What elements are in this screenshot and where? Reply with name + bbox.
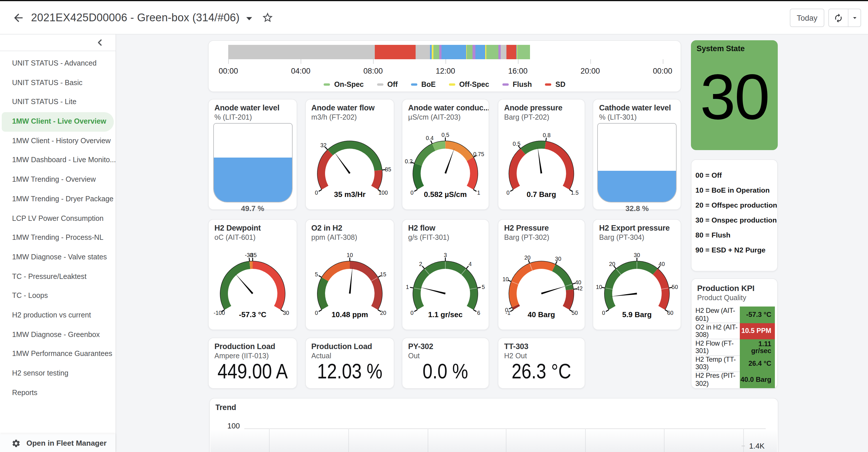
open-in-fleet-manager[interactable]: Open in Fleet Manager — [0, 434, 116, 452]
sidebar-item-reports[interactable]: Reports — [0, 383, 116, 402]
card-h2-pressure: H2 PressureBarg (PT-302)-101020304042504… — [498, 219, 585, 330]
gauge-tick-label: 6 — [477, 310, 480, 316]
gauge-h2-dewpoint: -100-38-3530-57.3 °C — [209, 220, 297, 323]
system-state-value: 30 — [691, 65, 778, 129]
gauge-value: 0.582 µS/cm — [424, 190, 467, 199]
timeline-axis-tick — [590, 59, 591, 64]
card-subtitle: % (LIT-201) — [214, 113, 292, 121]
back-button[interactable] — [11, 10, 26, 25]
timeline-legend-swatch-sd — [545, 83, 552, 86]
card-h2-flow: H2 flowg/s (FIT-301)01234561.1 gr/sec — [402, 219, 489, 330]
state-timeline-panel: 00:0004:0008:0012:0016:0020:0000:00 On-S… — [208, 40, 681, 92]
timeline-legend-swatch-boe — [411, 83, 417, 86]
dashboard-page: 2021EX425D00006 - Green-box (314/#06) To… — [0, 0, 868, 452]
sidebar-item-unit-status-basic[interactable]: UNIT STATUS - Basic — [0, 73, 116, 93]
today-button[interactable]: Today — [790, 9, 824, 27]
sidebar-item-h2-sensor-testing[interactable]: H2 sensor testing — [0, 364, 116, 383]
gauge-value: 5.9 Barg — [622, 310, 652, 319]
gauge-tick-label: 5 — [315, 271, 318, 277]
sidebar-item-h2-production-vs-current[interactable]: H2 production vs current — [0, 306, 116, 325]
trend-right-tick — [742, 446, 745, 446]
timeline-segment-onspec — [487, 45, 498, 59]
gauge-tick-label: 1 — [406, 284, 409, 290]
card-anode-water-conductivity: Anode water conduc...µS/cm (AIT-203)00.2… — [402, 99, 489, 210]
timeline-segment-off — [416, 45, 430, 59]
timeline-axis-tick — [301, 59, 301, 64]
sidebar-item-1mw-client-history-overview[interactable]: 1MW Client - History Overview — [0, 132, 116, 151]
timeline-axis-label: 00:00 — [211, 67, 246, 76]
sidebar-item-1mw-diagnose-greenbox[interactable]: 1MW Diagnose - Greenbox — [0, 325, 116, 344]
refresh-interval-caret-button[interactable] — [848, 9, 861, 26]
timeline-legend-label: Off-Spec — [459, 81, 489, 89]
timeline-axis-tick — [373, 59, 374, 64]
timeline-legend-label: On-Spec — [334, 81, 364, 89]
tank-gauge — [213, 123, 292, 203]
chevron-left-icon — [95, 37, 105, 48]
kpi-row-1: H2 Dew (AIT-601)-57.3 °C — [695, 307, 775, 323]
tank-fill-level — [598, 171, 676, 202]
title-dropdown-caret-icon[interactable] — [246, 17, 252, 21]
sidebar-item-1mw-dashboard-live-monito[interactable]: 1MW Dashboard - Live Monito... — [0, 151, 116, 170]
timeline-axis-label: 08:00 — [356, 67, 390, 76]
sidebar-item-unit-status-advanced[interactable]: UNIT STATUS - Advanced — [0, 54, 116, 73]
sidebar-collapse-button[interactable] — [94, 36, 106, 49]
kpi-row-label: O2 in H2 (AIT-308) — [695, 324, 740, 339]
sidebar-item-lcp-lv-power-consumption[interactable]: LCP LV Power Consumption — [0, 209, 116, 228]
tank-gauge — [597, 123, 677, 203]
gauge-value: 10.48 ppm — [331, 310, 368, 319]
sidebar-item-1mw-client-live-overview[interactable]: 1MW Client - Live Overview — [2, 112, 114, 131]
production-kpi-panel: Production KPI Product Quality H2 Dew (A… — [691, 279, 778, 389]
card-production-load-ampere: Production LoadAmpere (IIT-013)449.00 A — [208, 337, 297, 389]
timeline-axis-label: 12:00 — [428, 67, 463, 76]
gauge-tick-label: -35 — [249, 252, 257, 258]
favorite-star-button[interactable] — [261, 11, 275, 25]
gauge-tick-label: 40 — [659, 261, 665, 267]
timeline-legend-label: Flush — [513, 81, 532, 89]
gauge-tick-label: 0 — [602, 310, 605, 316]
card-o2-in-h2: O2 in H2ppm (AIT-308)0510152010.48 ppm — [305, 219, 394, 330]
card-py-302-out: PY-302Out0.0 % — [402, 337, 489, 389]
sidebar-item-1mw-trending-overview[interactable]: 1MW Trending - Overview — [0, 170, 116, 189]
sidebar-item-1mw-trending-process-nl[interactable]: 1MW Trending - Process-NL — [0, 228, 116, 247]
stat-value: 0.0 % — [408, 361, 482, 382]
state-code-legend-panel: 00 = Off10 = BoE in Operation20 = Offspe… — [691, 159, 778, 271]
kpi-row-3: H2 Flow (FT-301)1.11 gr/sec — [695, 339, 775, 356]
refresh-button[interactable] — [829, 9, 848, 26]
fleet-manager-label: Open in Fleet Manager — [26, 439, 106, 447]
card-h2-export-pressure: H2 Export pressureBarg (PT-304)010203040… — [593, 219, 681, 330]
refresh-icon — [834, 13, 843, 23]
timeline-segment-sd — [375, 45, 416, 59]
gauge-tick-label: 10 — [502, 276, 509, 282]
timeline-segment-onspec — [517, 45, 530, 59]
stat-value: 26.3 °C — [504, 361, 578, 382]
stat-value: 449.00 A — [215, 361, 290, 382]
gauge-needle — [541, 285, 567, 294]
timeline-axis-tick — [662, 59, 663, 64]
sidebar-item-1mw-performance-guarantees[interactable]: 1MW Performance Guarantees — [0, 345, 116, 364]
sidebar-item-1mw-diagnose-valve-states[interactable]: 1MW Diagnose - Valve states — [0, 248, 116, 267]
sidebar-item-unit-status-lite[interactable]: UNIT STATUS - Lite — [0, 93, 116, 112]
sidebar-item-tc-pressure-leaktest[interactable]: TC - Pressure/Leaktest — [0, 267, 116, 287]
sidebar: UNIT STATUS - AdvancedUNIT STATUS - Basi… — [0, 34, 116, 452]
gauge-tick-label: 0.8 — [543, 132, 551, 138]
tank-value: 32.8 % — [593, 205, 681, 213]
app-header: 2021EX425D00006 - Green-box (314/#06) To… — [0, 1, 868, 34]
gauge-h2-export-pressure: 01020304050605.9 Barg — [593, 220, 681, 323]
timeline-axis-label: 00:00 — [645, 67, 680, 76]
sidebar-item-1mw-trending-dryer-package[interactable]: 1MW Trending - Dryer Package — [0, 190, 116, 209]
timeline-legend-item-flush: Flush — [502, 81, 532, 89]
gauge-tick-label: 60 — [668, 310, 674, 316]
card-subtitle: H2 Out — [504, 352, 580, 360]
kpi-row-label: H2 Temp (TT-303) — [695, 356, 740, 371]
sidebar-item-tc-loops[interactable]: TC - Loops — [0, 287, 116, 306]
card-anode-water-flow: Anode water flowm3/h (FT-202)0328510035 … — [305, 99, 394, 210]
gauge-anode-water-flow: 0328510035 m3/Hr — [306, 99, 394, 203]
gauge-tick-label: 5 — [482, 284, 485, 290]
timeline-axis-label: 04:00 — [283, 67, 318, 76]
gauge-tick-label: 0 — [410, 189, 413, 196]
card-anode-water-level: Anode water level% (LIT-201)49.7 % — [208, 99, 297, 210]
card-title: Production Load — [214, 342, 297, 351]
gauge-anode-water-conductivity: 00.20.40.50.7510.582 µS/cm — [402, 99, 488, 203]
timeline-legend-item-offspec: Off-Spec — [449, 81, 489, 89]
timeline-legend-item-boe: BoE — [411, 81, 436, 89]
